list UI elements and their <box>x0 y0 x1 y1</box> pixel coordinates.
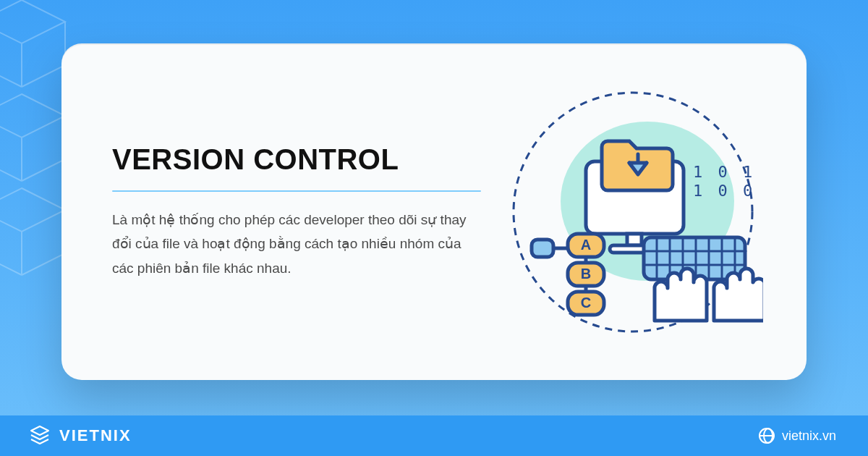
binary-text-1: 1 0 1 0 <box>693 163 763 181</box>
version-control-illustration-icon: 1 0 1 0 1 0 0 1 A B C <box>503 82 763 342</box>
heading-divider <box>112 190 481 192</box>
site-url: vietnix.vn <box>782 428 836 444</box>
binary-text-2: 1 0 0 1 <box>693 182 763 200</box>
svg-rect-5 <box>532 240 553 257</box>
version-a-label: A <box>581 237 591 253</box>
brand-logo-icon <box>29 425 51 447</box>
card-description: Là một hệ thống cho phép các developer t… <box>112 208 481 280</box>
site-link: vietnix.vn <box>759 428 836 444</box>
illustration: 1 0 1 0 1 0 0 1 A B C <box>503 82 763 342</box>
text-column: VERSION CONTROL Là một hệ thống cho phép… <box>112 143 481 280</box>
version-tree-icon: A B C <box>532 234 604 315</box>
version-b-label: B <box>581 266 591 282</box>
brand-name: VIETNIX <box>59 426 132 445</box>
brand: VIETNIX <box>29 425 132 447</box>
footer-bar: VIETNIX vietnix.vn <box>0 415 868 456</box>
globe-icon <box>759 428 775 444</box>
version-c-label: C <box>581 295 591 311</box>
info-card: VERSION CONTROL Là một hệ thống cho phép… <box>61 43 807 380</box>
card-heading: VERSION CONTROL <box>112 143 481 176</box>
